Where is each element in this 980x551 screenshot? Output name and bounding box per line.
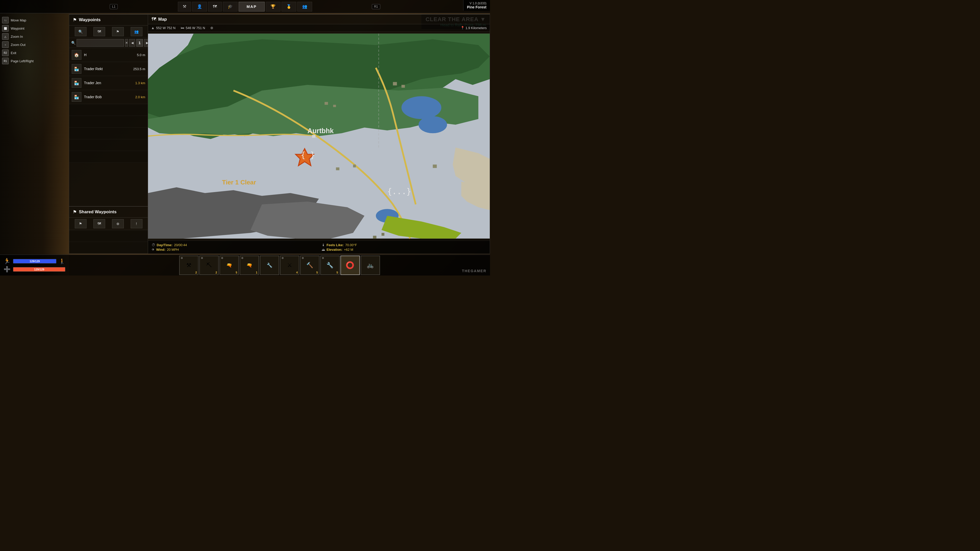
- waypoints-toolbar: 🔍 🗺 ⚑ 👥: [69, 25, 148, 38]
- control-page: R1 Page Left/Right: [2, 57, 64, 65]
- hotbar-slot-4[interactable]: ⚙ 🔫 1: [240, 256, 259, 275]
- toolbar-btn-group[interactable]: 👥: [130, 27, 142, 36]
- waypoints-empty-row-3: [69, 127, 148, 139]
- slot-count-1: 2: [195, 271, 197, 274]
- stamina-text: 129/129: [13, 259, 56, 263]
- waypoints-empty-row-2: [69, 116, 148, 127]
- slot-icon-6: ⚔: [287, 262, 292, 268]
- slot-icon-9: ⭕: [345, 261, 355, 269]
- main-content: ⚑ Waypoints 🔍 🗺 ⚑ 👥 🔍 ✕ ◀ 1 ▶ 🏠 H 5.0 m: [69, 14, 490, 254]
- distance-display: 📍 1.9 Kilometers: [461, 26, 487, 30]
- hotbar-slot-5[interactable]: 🔧: [260, 256, 279, 275]
- stamina-bar-row: 🏃 129/129 🚶: [3, 258, 65, 265]
- gear-icon-3: ⚙: [221, 257, 223, 259]
- map-header-title: Map: [158, 17, 167, 22]
- shared-waypoints-section: ⚑ Shared Waypoints ⚑ 🗺 ⊕ !: [69, 206, 148, 254]
- gear-icon-2: ⚙: [201, 257, 203, 259]
- page-prev-button[interactable]: ◀: [129, 39, 135, 47]
- hotbar-slot-6[interactable]: ⚙ ⚔ 4: [280, 256, 299, 275]
- toolbar-btn-map[interactable]: 🗺: [94, 27, 105, 36]
- status-bars: 🏃 129/129 🚶 ➕ 129/129: [0, 254, 69, 275]
- elevation-label: Elevation:: [327, 248, 342, 251]
- toolbar-btn-flag[interactable]: ⚑: [112, 27, 124, 36]
- waypoint-icon-home: 🏠: [72, 50, 81, 60]
- version-info: V 1.0 (b333) Pine Forest: [463, 0, 490, 11]
- waypoint-item-jen[interactable]: 🏪 Trader Jen 1.3 km: [69, 76, 148, 90]
- map-info-datetime: ⏱ Day/Time: 20/00:44: [151, 243, 317, 247]
- tab-container: ⚒ 👤 🗺 🎓 MAP 🏆 🥇 👥: [178, 2, 312, 11]
- tab-map-icon[interactable]: 🗺: [208, 2, 222, 11]
- tab-trophy[interactable]: 🏆: [266, 2, 280, 11]
- waypoints-empty-row-1: [69, 104, 148, 116]
- tab-quests[interactable]: 🎓: [223, 2, 238, 11]
- waypoints-title: Waypoints: [79, 17, 100, 22]
- slot-icon-2: ⛏: [206, 262, 212, 268]
- map-info-feels: 🌡 Feels Like: 70.00°F: [321, 243, 487, 247]
- shared-waypoints-header: ⚑ Shared Waypoints: [69, 206, 148, 218]
- wind-icon: ✈: [151, 248, 155, 251]
- waypoint-icon-jen: 🏪: [72, 78, 81, 88]
- hotbar-slot-1[interactable]: ⚙ ⚒ 2: [179, 256, 199, 275]
- shared-toolbar-btn-map[interactable]: 🗺: [94, 219, 105, 228]
- shared-toolbar-btn-alert[interactable]: !: [130, 219, 142, 228]
- waypoint-item-rekt[interactable]: 🏪 Trader Rekt 253.5 m: [69, 62, 148, 76]
- control-btn-zoom-in: △: [2, 33, 9, 40]
- health-icon: ➕: [3, 266, 11, 273]
- hotbar: ⚙ ⚒ 2 ⚙ ⛏ 2 ⚙ 🔫 5 ⚙ 🔫 1 🔧 ⚙ ⚔ 4 ⚙ 🔨 5 ⚙ …: [69, 254, 490, 275]
- waypoint-item-home[interactable]: 🏠 H 5.0 m: [69, 48, 148, 62]
- waypoint-item-bob[interactable]: 🏪 Trader Bob 2.0 km: [69, 90, 148, 104]
- tab-skills[interactable]: 👤: [192, 2, 207, 11]
- controller-hint-r1: R1: [372, 4, 380, 9]
- stamina-icon: 🏃: [3, 258, 11, 265]
- tab-map[interactable]: MAP: [239, 2, 264, 11]
- svg-point-7: [418, 116, 447, 133]
- bed-coords-value: 546 W 751 N: [186, 26, 205, 30]
- tab-map-label: MAP: [247, 4, 256, 9]
- slot-icon-7: 🔨: [306, 262, 313, 268]
- hotbar-slot-2[interactable]: ⚙ ⛏ 2: [199, 256, 219, 275]
- wind-label: Wind:: [156, 248, 165, 251]
- tab-crafting[interactable]: ⚒: [178, 2, 191, 11]
- control-btn-page: R1: [2, 58, 9, 64]
- elevation-icon: ⛰: [321, 248, 325, 251]
- controls-panel: ↑↓ Move Map ⬜ Waypoint △ Zoom In ○ Zoom …: [0, 14, 66, 67]
- hotbar-slot-9[interactable]: ⭕: [340, 256, 360, 275]
- slot-icon-8: 🔧: [326, 262, 333, 268]
- slot-count-6: 4: [296, 271, 298, 274]
- control-label-move: Move Map: [11, 18, 26, 22]
- distance-icon: 📍: [461, 26, 465, 30]
- svg-rect-19: [373, 236, 376, 238]
- map-canvas[interactable]: Aurtbhk Tier 1 Clear { } {...}: [148, 32, 490, 241]
- page-controls: ◀ 1 ▶: [129, 39, 150, 47]
- waypoint-dist-rekt: 253.5 m: [130, 67, 145, 71]
- hotbar-slot-8[interactable]: ⚙ 🔧 5: [320, 256, 340, 275]
- control-btn-arrows: ↑↓: [2, 17, 9, 24]
- control-label-zoom-out: Zoom Out: [11, 43, 25, 47]
- tab-group[interactable]: 👥: [298, 2, 312, 11]
- shared-toolbar-btn-flag[interactable]: ⚑: [75, 219, 86, 228]
- control-zoom-in: △ Zoom In: [2, 32, 64, 41]
- waypoint-dist-bob: 2.0 km: [130, 95, 145, 99]
- shared-waypoints-title: Shared Waypoints: [79, 210, 117, 214]
- run-icon: 🚶: [59, 258, 65, 264]
- player-coords: ▲ 552 W 752 N: [151, 26, 176, 30]
- hotbar-slot-7[interactable]: ⚙ 🔨 5: [300, 256, 320, 275]
- svg-point-6: [401, 96, 441, 119]
- datetime-label: Day/Time:: [157, 243, 172, 247]
- slot-icon-3: 🔫: [226, 262, 232, 268]
- tab-rankings[interactable]: 🥇: [282, 2, 296, 11]
- control-label-zoom-in: Zoom In: [11, 35, 23, 38]
- waypoints-search-input[interactable]: [76, 39, 124, 47]
- svg-text:{ }: { }: [301, 150, 315, 159]
- search-clear-button[interactable]: ✕: [125, 39, 128, 47]
- shared-toolbar-btn-pin[interactable]: ⊕: [112, 219, 124, 228]
- toolbar-btn-search[interactable]: 🔍: [75, 27, 86, 36]
- skills-icon: 👤: [197, 4, 202, 9]
- svg-rect-22: [312, 135, 315, 138]
- slot-icon-1: ⚒: [186, 262, 191, 268]
- hotbar-slot-10[interactable]: 🚲: [361, 256, 380, 275]
- stamina-bar: 129/129: [13, 259, 56, 264]
- hotbar-slot-3[interactable]: ⚙ 🔫 5: [220, 256, 239, 275]
- health-bar-row: ➕ 129/129: [3, 266, 65, 273]
- map-coords-bar: ▲ 552 W 752 N 🛏 546 W 751 N ⊕ 📍 1.9 Kilo…: [148, 24, 490, 32]
